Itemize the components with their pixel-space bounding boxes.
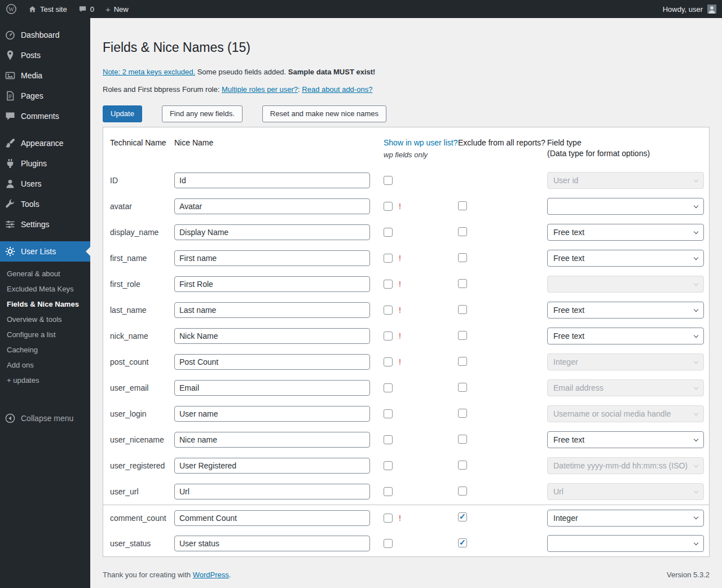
field-type-select[interactable]: Integer bbox=[547, 353, 704, 370]
nice-name-input[interactable] bbox=[174, 380, 370, 396]
sidebar-item-appearance[interactable]: Appearance bbox=[0, 133, 90, 153]
show-in-user-list-checkbox[interactable] bbox=[384, 254, 393, 263]
field-type-select[interactable] bbox=[547, 535, 704, 552]
field-type-select[interactable]: Datetime yyyy-mm-dd hh:mm:ss (ISO) bbox=[547, 457, 704, 474]
show-in-user-list-checkbox[interactable] bbox=[384, 539, 393, 548]
sidebar-item-plugins[interactable]: Plugins bbox=[0, 153, 90, 174]
field-type-select[interactable]: Integer bbox=[547, 510, 704, 527]
exclude-checkbox[interactable] bbox=[458, 461, 467, 470]
field-type-select[interactable]: Free text bbox=[547, 224, 704, 241]
table-row: last_name!Free text bbox=[103, 297, 709, 323]
exclude-checkbox[interactable] bbox=[458, 435, 467, 444]
field-type-select[interactable]: User id bbox=[547, 172, 704, 189]
field-type-select[interactable]: Free text bbox=[547, 250, 704, 267]
submenu-item-overview-tools[interactable]: Overview & tools bbox=[0, 312, 90, 327]
exclude-checkbox[interactable] bbox=[458, 383, 467, 392]
field-type-value: Url bbox=[553, 487, 563, 496]
sidebar-item-media[interactable]: Media bbox=[0, 65, 90, 86]
update-button[interactable]: Update bbox=[103, 105, 142, 122]
exclude-checkbox[interactable] bbox=[458, 409, 467, 418]
nice-name-input[interactable] bbox=[174, 198, 370, 214]
show-in-user-list-checkbox[interactable] bbox=[384, 331, 393, 341]
show-in-user-list-link[interactable]: Show in wp user list? bbox=[384, 138, 458, 147]
show-in-user-list-cell: ! bbox=[384, 202, 458, 211]
meta-keys-excluded-link[interactable]: Note: 2 meta keys excluded. bbox=[103, 68, 195, 76]
site-name-link[interactable]: Test site bbox=[23, 0, 73, 18]
nice-name-input[interactable] bbox=[174, 510, 370, 526]
nice-name-input[interactable] bbox=[174, 302, 370, 318]
exclude-checkbox[interactable] bbox=[458, 331, 467, 340]
submenu-item-cacheing[interactable]: Cacheing bbox=[0, 342, 90, 357]
field-type-select[interactable] bbox=[547, 198, 704, 215]
show-in-user-list-checkbox[interactable] bbox=[384, 409, 393, 418]
nice-name-input[interactable] bbox=[174, 354, 370, 370]
field-type-select[interactable]: Username or social media handle bbox=[547, 405, 704, 422]
show-in-user-list-checkbox[interactable] bbox=[384, 383, 393, 392]
show-in-user-list-checkbox[interactable] bbox=[384, 202, 393, 211]
show-in-user-list-checkbox[interactable] bbox=[384, 487, 393, 496]
show-in-user-list-checkbox[interactable] bbox=[384, 176, 393, 185]
submenu-item-add-ons[interactable]: Add ons bbox=[0, 357, 90, 373]
field-type-select[interactable] bbox=[547, 276, 704, 293]
nice-name-input[interactable] bbox=[174, 173, 370, 188]
show-in-user-list-checkbox[interactable] bbox=[384, 306, 393, 315]
field-type-select[interactable]: Email address bbox=[547, 379, 704, 396]
collapse-menu-button[interactable]: Collapse menu bbox=[0, 408, 90, 428]
field-type-select[interactable]: Free text bbox=[547, 328, 704, 344]
nice-name-input[interactable] bbox=[174, 224, 370, 240]
nice-name-input[interactable] bbox=[174, 328, 370, 344]
sidebar-item-pages[interactable]: Pages bbox=[0, 86, 90, 106]
field-type-select[interactable]: Url bbox=[547, 483, 704, 500]
sidebar-item-dashboard[interactable]: Dashboard bbox=[0, 25, 90, 45]
exclude-cell bbox=[458, 305, 547, 316]
submenu-item-general-about[interactable]: General & about bbox=[0, 266, 90, 281]
show-in-user-list-checkbox[interactable] bbox=[384, 514, 393, 523]
sidebar-item-label: Media bbox=[21, 71, 42, 80]
chevron-down-icon bbox=[694, 515, 698, 519]
field-type-select[interactable]: Free text bbox=[547, 431, 704, 448]
sidebar-item-posts[interactable]: Posts bbox=[0, 45, 90, 65]
show-in-user-list-checkbox[interactable] bbox=[384, 228, 393, 237]
sidebar-item-settings[interactable]: Settings bbox=[0, 214, 90, 235]
nice-name-input[interactable] bbox=[174, 458, 370, 474]
submenu-item-fields-nice-names[interactable]: Fields & Nice Names bbox=[0, 297, 90, 312]
exclude-checkbox[interactable] bbox=[458, 279, 467, 288]
find-new-fields-button[interactable]: Find any new fields. bbox=[162, 105, 243, 122]
sidebar-item-users[interactable]: Users bbox=[0, 174, 90, 194]
nice-name-input[interactable] bbox=[174, 276, 370, 292]
nice-name-input[interactable] bbox=[174, 536, 370, 551]
field-type-value: Free text bbox=[553, 306, 584, 315]
exclude-checkbox[interactable] bbox=[458, 201, 467, 210]
show-in-user-list-checkbox[interactable] bbox=[384, 435, 393, 444]
exclude-checkbox[interactable] bbox=[458, 357, 467, 366]
nice-name-cell bbox=[174, 328, 384, 344]
submenu-item-excluded-meta-keys[interactable]: Excluded Meta Keys bbox=[0, 281, 90, 297]
exclude-checkbox[interactable] bbox=[458, 253, 467, 262]
nice-name-input[interactable] bbox=[174, 406, 370, 422]
nice-name-input[interactable] bbox=[174, 432, 370, 448]
reset-nice-names-button[interactable]: Reset and make new nice names bbox=[262, 105, 386, 122]
show-in-user-list-checkbox[interactable] bbox=[384, 280, 393, 289]
addons-link[interactable]: Read about add-ons? bbox=[302, 85, 372, 94]
sidebar-item-comments[interactable]: Comments bbox=[0, 106, 90, 126]
comments-shortcut[interactable]: 0 bbox=[73, 0, 100, 18]
show-in-user-list-checkbox[interactable] bbox=[384, 357, 393, 366]
exclude-checkbox[interactable] bbox=[458, 487, 467, 496]
wordpress-menu[interactable]: W bbox=[0, 0, 23, 18]
howdy-account-menu[interactable]: Howdy, user bbox=[657, 0, 722, 18]
sidebar-item-user-lists[interactable]: User Lists bbox=[0, 241, 90, 262]
nice-name-input[interactable] bbox=[174, 484, 370, 499]
multiple-roles-link[interactable]: Multiple roles per user? bbox=[222, 85, 298, 94]
exclude-checkbox[interactable] bbox=[458, 305, 467, 314]
exclude-checkbox[interactable] bbox=[458, 538, 467, 547]
nice-name-input[interactable] bbox=[174, 250, 370, 266]
exclude-checkbox[interactable] bbox=[458, 512, 467, 521]
sidebar-item-tools[interactable]: Tools bbox=[0, 194, 90, 214]
new-content-button[interactable]: + New bbox=[100, 0, 134, 18]
exclude-checkbox[interactable] bbox=[458, 227, 467, 236]
wordpress-link[interactable]: WordPress bbox=[193, 571, 229, 579]
submenu-item-configure-a-list[interactable]: Configure a list bbox=[0, 327, 90, 342]
submenu-item-updates[interactable]: + updates bbox=[0, 373, 90, 388]
show-in-user-list-checkbox[interactable] bbox=[384, 461, 393, 470]
field-type-select[interactable]: Free text bbox=[547, 302, 704, 319]
